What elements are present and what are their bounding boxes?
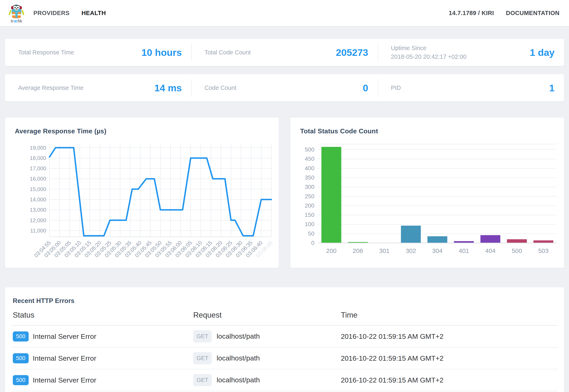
stat-label: PID (391, 84, 401, 92)
recent-http-errors-card: Recent HTTP Errors Status Request Time 5… (5, 287, 564, 392)
app-header: træfik PROVIDERS HEALTH 14.7.1789 / KIRI… (0, 0, 569, 26)
y-axis-tick-label: 250 (305, 193, 314, 199)
y-axis-tick-label: 100 (305, 221, 314, 227)
y-axis-tick-label: 11,000 (30, 227, 46, 234)
stat-total-code-count: Total Code Count 205273 (191, 39, 378, 66)
column-header-request: Request (192, 308, 339, 325)
y-axis-tick-label: 17,000 (30, 165, 46, 171)
y-axis-tick-label: 500 (305, 146, 314, 153)
line-chart-svg: 19,00018,00017,00016,00015,00014,00013,0… (11, 140, 273, 268)
x-axis-tick-label: 401 (459, 247, 469, 254)
request-path: localhost/path (217, 376, 260, 384)
y-axis-tick-label: 18,000 (30, 155, 46, 161)
time-cell: 2016-10-22 01:59:15 AM GMT+2 (339, 391, 558, 392)
error-row: 500Internal Server ErrorGETlocalhost/pat… (11, 347, 558, 369)
header-right: 14.7.1789 / KIRI DOCUMENTATION (449, 10, 559, 16)
request-cell: GETlocalhost/path (192, 325, 339, 347)
bar-503 (534, 240, 553, 243)
errors-table: Status Request Time 500Internal Server E… (11, 308, 558, 392)
status-code-badge: 500 (13, 353, 29, 363)
status-cell: 500Internal Server Error (11, 347, 192, 369)
status-text: Internal Server Error (33, 354, 96, 362)
traefik-gopher-icon (9, 2, 24, 19)
status-cell: 500Internal Server Error (11, 369, 192, 391)
y-axis-tick-label: 50 (308, 230, 314, 237)
stat-value: 10 hours (142, 47, 182, 58)
method-badge: GET (193, 330, 212, 343)
x-axis-tick-label: 500 (512, 247, 522, 254)
response-time-line-chart: 19,00018,00017,00016,00015,00014,00013,0… (11, 140, 275, 268)
stat-value: 205273 (336, 47, 368, 58)
status-cell: 500Internal Server Error (11, 325, 192, 347)
y-axis-tick-label: 150 (305, 212, 314, 218)
y-axis-tick-label: 0 (311, 240, 314, 246)
x-axis-tick-label: 503 (538, 247, 549, 254)
stats-row-1: Total Response Time 10 hours Total Code … (5, 39, 564, 66)
time-cell: 2016-10-22 01:59:15 AM GMT+2 (339, 369, 558, 391)
status-code-bar-chart: 0501001502002503003504004505002002063013… (297, 140, 560, 264)
documentation-link[interactable]: DOCUMENTATION (506, 10, 559, 16)
method-badge: GET (193, 352, 212, 364)
stat-code-count: Code Count 0 (191, 74, 378, 101)
stat-average-response-time: Average Response Time 14 ms (5, 74, 191, 101)
traefik-logo-text: træfik (11, 19, 22, 24)
x-axis-tick-label: 301 (379, 247, 389, 254)
time-cell: 2016-10-22 01:59:15 AM GMT+2 (339, 347, 558, 369)
bar-302 (401, 226, 421, 243)
stat-total-response-time: Total Response Time 10 hours (5, 39, 191, 66)
status-code-badge: 500 (13, 331, 29, 341)
stat-uptime-since: Uptime Since 2018-05-20 20:42:17 +02:00 … (378, 39, 564, 66)
status-code-chart-card: Total Status Code Count 0501001502002503… (290, 117, 564, 268)
error-row: 500Internal Server ErrorGETlocalhost/pat… (11, 391, 558, 392)
column-header-time: Time (339, 308, 558, 325)
stat-label: Code Count (204, 84, 236, 92)
bar-500 (507, 239, 527, 243)
stat-sublabel: 2018-05-20 20:42:17 +02:00 (391, 52, 467, 61)
error-row: 500Internal Server ErrorGETlocalhost/pat… (11, 325, 558, 347)
y-axis-tick-label: 16,000 (30, 176, 46, 182)
error-row: 500Internal Server ErrorGETlocalhost/pat… (11, 369, 558, 391)
request-path: localhost/path (217, 332, 260, 340)
y-axis-tick-label: 200 (305, 202, 314, 209)
bar-304 (427, 236, 447, 243)
stat-label: Total Response Time (18, 48, 74, 57)
request-path: localhost/path (217, 354, 260, 362)
stats-row-2: Average Response Time 14 ms Code Count 0… (5, 74, 564, 101)
x-axis-tick-label: 302 (406, 247, 416, 254)
stat-label: Total Code Count (204, 48, 251, 57)
y-axis-tick-label: 450 (305, 156, 314, 162)
status-code-badge: 500 (13, 375, 29, 385)
response-time-chart-title: Average Response Time (µs) (15, 127, 275, 135)
errors-table-header-row: Status Request Time (11, 308, 558, 325)
stat-label: Average Response Time (18, 84, 84, 92)
y-axis-tick-label: 400 (305, 165, 314, 171)
traefik-logo[interactable]: træfik (5, 2, 28, 24)
stat-value: 0 (363, 82, 368, 94)
nav-item-providers[interactable]: PROVIDERS (33, 10, 70, 16)
y-axis-tick-label: 14,000 (30, 196, 46, 203)
y-axis-tick-label: 12,000 (30, 217, 46, 224)
stat-value: 1 day (530, 47, 555, 58)
bar-404 (480, 235, 500, 243)
bar-200 (321, 147, 341, 243)
bar-chart-svg: 0501001502002503003504004505002002063013… (297, 140, 558, 263)
status-cell: 500Internal Server Error (11, 391, 192, 392)
stat-value: 1 (549, 82, 555, 94)
response-time-chart-card: Average Response Time (µs) 19,00018,0001… (5, 117, 279, 268)
stat-value: 14 ms (155, 82, 182, 94)
x-axis-tick-label: 404 (485, 247, 496, 254)
x-axis-tick-label: 304 (432, 247, 442, 254)
charts-row: Average Response Time (µs) 19,00018,0001… (5, 117, 564, 268)
stat-label: Uptime Since (391, 44, 467, 52)
y-axis-tick-label: 19,000 (30, 145, 46, 151)
version-label: 14.7.1789 / KIRI (449, 10, 494, 16)
column-header-status: Status (11, 308, 192, 325)
y-axis-tick-label: 13,000 (30, 207, 46, 213)
main-nav: PROVIDERS HEALTH (33, 10, 106, 16)
y-axis-tick-label: 350 (305, 174, 314, 181)
status-code-chart-title: Total Status Code Count (300, 127, 560, 135)
recent-http-errors-title: Recent HTTP Errors (11, 287, 558, 308)
stat-pid: PID 1 (378, 74, 564, 101)
request-cell: GETlocalhost/path (192, 369, 339, 391)
nav-item-health[interactable]: HEALTH (81, 10, 106, 16)
